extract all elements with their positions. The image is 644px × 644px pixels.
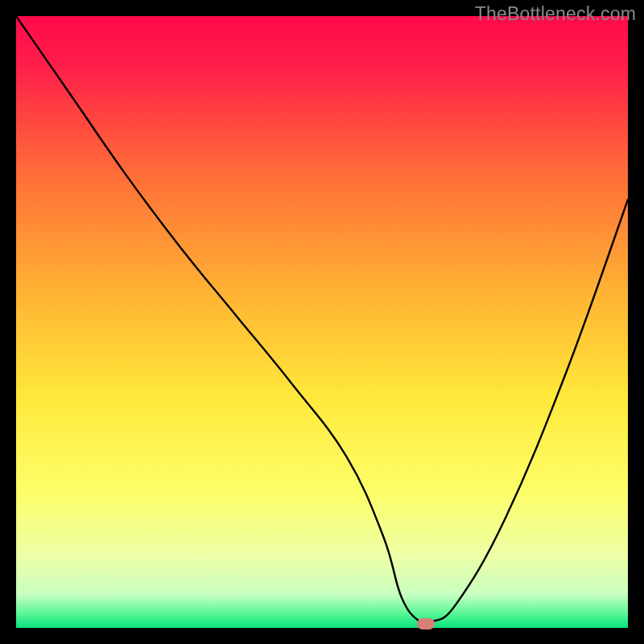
chart-frame: TheBottleneck.com — [0, 0, 644, 644]
bottleneck-curve — [16, 16, 628, 625]
plot-area — [16, 16, 628, 628]
curve-layer — [16, 16, 628, 628]
watermark-text: TheBottleneck.com — [475, 3, 636, 25]
optimal-marker — [417, 618, 435, 630]
